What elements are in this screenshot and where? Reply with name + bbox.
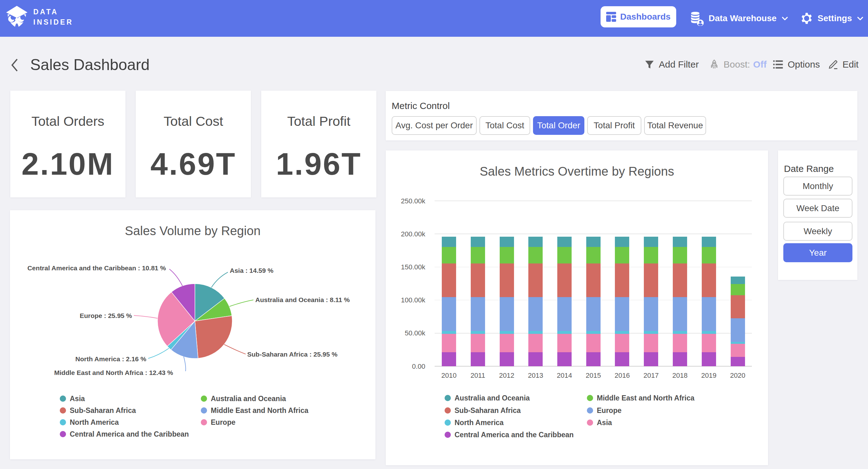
svg-text:Sub-Saharan Africa : 25.95 %: Sub-Saharan Africa : 25.95 % bbox=[247, 351, 338, 358]
svg-text:North America: North America bbox=[70, 418, 119, 426]
svg-text:Australia and Oceania: Australia and Oceania bbox=[455, 394, 530, 402]
svg-text:Sales Metrics Overtime by Regi: Sales Metrics Overtime by Regions bbox=[480, 165, 674, 178]
svg-text:50.00k: 50.00k bbox=[405, 329, 426, 337]
svg-text:250.00k: 250.00k bbox=[401, 197, 426, 205]
svg-text:2011: 2011 bbox=[470, 372, 485, 379]
svg-text:2020: 2020 bbox=[730, 372, 745, 379]
svg-text:Sub-Saharan Africa: Sub-Saharan Africa bbox=[70, 406, 136, 414]
svg-text:2014: 2014 bbox=[557, 372, 572, 379]
svg-text:North America: North America bbox=[455, 418, 504, 427]
svg-text:Australia and Oceania: Australia and Oceania bbox=[211, 394, 286, 403]
svg-text:200.00k: 200.00k bbox=[401, 230, 426, 238]
svg-text:Middle East and North Africa: Middle East and North Africa bbox=[597, 394, 694, 402]
svg-text:Europe : 25.95 %: Europe : 25.95 % bbox=[80, 312, 132, 319]
svg-text:Asia: Asia bbox=[70, 394, 85, 403]
svg-text:Central America and the Caribb: Central America and the Caribbean : 10.8… bbox=[27, 264, 166, 271]
svg-text:2013: 2013 bbox=[528, 372, 543, 379]
svg-text:Middle East and North Africa: Middle East and North Africa bbox=[211, 406, 309, 414]
svg-text:2019: 2019 bbox=[701, 372, 716, 379]
svg-text:0.00: 0.00 bbox=[412, 362, 425, 370]
svg-text:Australia and Oceania : 8.11 %: Australia and Oceania : 8.11 % bbox=[255, 296, 350, 303]
svg-text:2016: 2016 bbox=[615, 372, 630, 379]
svg-text:2012: 2012 bbox=[499, 372, 514, 379]
svg-text:150.00k: 150.00k bbox=[401, 263, 426, 271]
svg-text:2018: 2018 bbox=[673, 372, 688, 379]
svg-text:Sub-Saharan Africa: Sub-Saharan Africa bbox=[455, 406, 521, 414]
svg-text:Asia: Asia bbox=[597, 418, 612, 427]
svg-text:Central America and the Caribb: Central America and the Caribbean bbox=[455, 431, 574, 439]
svg-text:Sales Volume by Region: Sales Volume by Region bbox=[125, 224, 260, 238]
svg-text:Middle East and North Africa :: Middle East and North Africa : 12.43 % bbox=[54, 369, 173, 376]
svg-text:Central America and the Caribb: Central America and the Caribbean bbox=[70, 430, 189, 438]
svg-text:2017: 2017 bbox=[644, 372, 659, 379]
svg-text:Europe: Europe bbox=[597, 406, 621, 414]
svg-text:100.00k: 100.00k bbox=[401, 296, 426, 304]
svg-text:Europe: Europe bbox=[211, 418, 236, 426]
svg-text:Asia : 14.59 %: Asia : 14.59 % bbox=[230, 267, 273, 274]
svg-text:2015: 2015 bbox=[586, 372, 601, 379]
svg-text:2010: 2010 bbox=[441, 372, 457, 379]
svg-text:North America : 2.16 %: North America : 2.16 % bbox=[75, 355, 146, 362]
